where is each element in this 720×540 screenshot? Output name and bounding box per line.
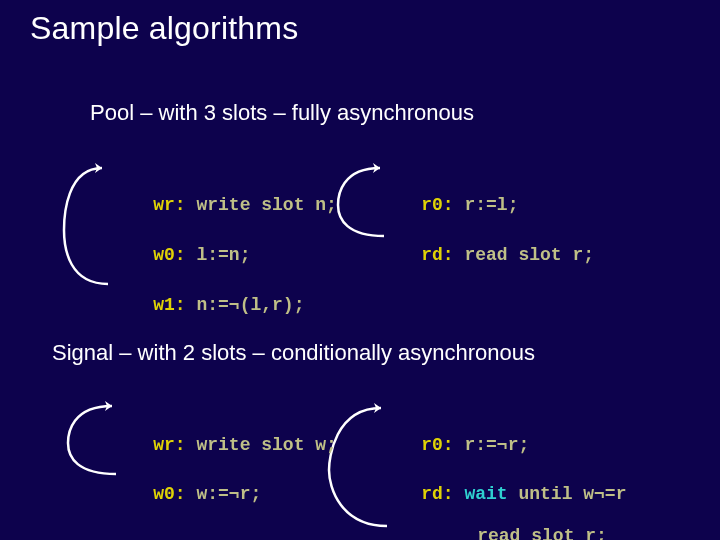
pool-rd-code: read slot r; [464, 245, 594, 265]
signal-rd-code2: until w¬=r [508, 484, 627, 504]
signal-wr-label: wr: [153, 435, 185, 455]
pool-w1-line: w1: n:=¬(l,r); [110, 275, 304, 335]
pool-rd-label: rd: [421, 245, 453, 265]
signal-w0-code: w:=¬r; [196, 484, 261, 504]
signal-read-line: read slot r; [434, 506, 607, 540]
signal-r0-code: r:=¬r; [464, 435, 529, 455]
pool-w1-code: n:=¬(l,r); [196, 295, 304, 315]
page-title: Sample algorithms [30, 10, 298, 47]
pool-heading: Pool – with 3 slots – fully asynchronous [90, 100, 474, 126]
pool-r0-code: r:=l; [464, 195, 518, 215]
pool-w0-code: l:=n; [196, 245, 250, 265]
signal-w0-line: w0: w:=¬r; [110, 464, 261, 524]
slide: Sample algorithms Pool – with 3 slots – … [0, 0, 720, 540]
signal-rd-wait: wait [464, 484, 507, 504]
pool-wr-code: write slot n; [196, 195, 336, 215]
pool-rd-line: rd: read slot r; [378, 225, 594, 285]
pool-r0-label: r0: [421, 195, 453, 215]
signal-r0-label: r0: [421, 435, 453, 455]
pool-w1-label: w1: [153, 295, 185, 315]
pool-w0-label: w0: [153, 245, 185, 265]
signal-read-code: read slot r; [477, 526, 607, 540]
pool-wr-label: wr: [153, 195, 185, 215]
signal-rd-label: rd: [421, 484, 453, 504]
signal-w0-label: w0: [153, 484, 185, 504]
signal-wr-code: write slot w; [196, 435, 336, 455]
signal-heading: Signal – with 2 slots – conditionally as… [52, 340, 535, 366]
